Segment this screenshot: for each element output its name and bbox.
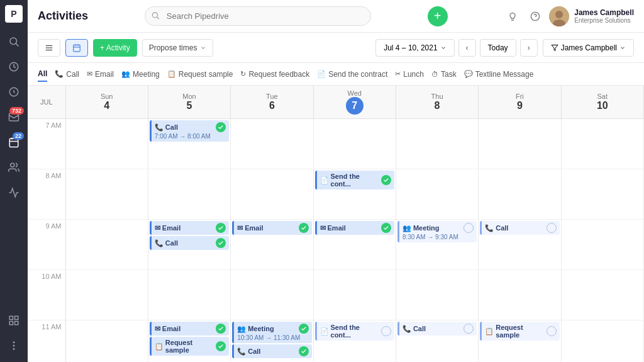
cell-tue6-7am[interactable]	[231, 119, 313, 169]
activity-meeting-thu8-9am[interactable]: 👥 Meeting 8:30 AM → 9:30 AM	[397, 221, 477, 242]
textline-filter-icon: 💬	[464, 70, 473, 78]
cell-fri9-9am[interactable]: 📞 Call	[479, 220, 561, 270]
filter-tab-call[interactable]: 📞 Call	[55, 67, 79, 81]
person-filter-button[interactable]: James Campbell	[543, 39, 634, 57]
filter-tab-textline[interactable]: 💬 Textline Message	[464, 67, 534, 81]
add-button[interactable]: +	[428, 6, 448, 26]
day-header-sun4: Sun 4	[65, 86, 148, 119]
svg-rect-27	[74, 45, 80, 52]
filter-tab-all[interactable]: All	[38, 67, 47, 82]
propose-times-button[interactable]: Propose times	[142, 39, 214, 57]
filter-tab-request-sample[interactable]: 📋 Request sample	[167, 67, 233, 81]
time-label-10am: 10 AM	[28, 270, 65, 320]
cell-wed7-9am[interactable]: ✉ Email	[313, 220, 396, 270]
svg-point-14	[13, 342, 14, 343]
topbar-right: James Campbell Enterprise Solutions	[504, 6, 634, 26]
time-row-9am: 9 AM ✉ Email 📞 Call	[28, 220, 644, 270]
cell-sun4-8am[interactable]	[65, 169, 148, 220]
activity-email-tue6-9am[interactable]: ✉ Email	[232, 221, 311, 235]
cell-mon5-11am[interactable]: ✉ Email 📋 Request sample	[148, 320, 230, 363]
today-button[interactable]: Today	[480, 39, 516, 57]
cell-tue6-8am[interactable]	[231, 169, 313, 220]
prev-week-button[interactable]: ‹	[458, 39, 476, 57]
user-name: James Campbell	[574, 8, 634, 17]
sidebar-item-deals[interactable]	[3, 81, 25, 103]
question-icon[interactable]	[526, 8, 544, 25]
time-row-7am: 7 AM 📞 Call 7:00 AM → 8:00 AM	[28, 119, 644, 169]
activity-call-tue6-11am[interactable]: 📞 Call	[232, 344, 311, 358]
activity-request-sample-fri9-11am[interactable]: 📋 Request sample	[480, 322, 559, 341]
date-range-label: Jul 4 – 10, 2021	[384, 43, 437, 52]
cell-sun4-9am[interactable]	[65, 220, 148, 270]
activity-request-sample-mon5-11am[interactable]: 📋 Request sample	[150, 337, 229, 356]
sidebar-item-search[interactable]	[3, 30, 25, 53]
cell-sat10-7am[interactable]	[561, 119, 643, 169]
activity-meeting-tue6-11am[interactable]: 👥 Meeting 10:30 AM → 11:30 AM	[232, 322, 311, 343]
search-input[interactable]	[145, 6, 371, 26]
activity-call-mon5-7am[interactable]: 📞 Call 7:00 AM → 8:00 AM	[150, 120, 229, 142]
activity-email-mon5-11am[interactable]: ✉ Email	[150, 322, 229, 336]
svg-marker-31	[552, 45, 558, 50]
cell-wed7-7am[interactable]	[313, 119, 396, 169]
activity-call-fri9-9am[interactable]: 📞 Call	[480, 221, 559, 235]
sidebar-item-activities[interactable]	[3, 55, 25, 78]
sidebar-item-products[interactable]	[3, 309, 25, 332]
avatar[interactable]	[549, 6, 569, 26]
cell-wed7-10am[interactable]	[313, 270, 396, 320]
activity-send-contract-wed7-11am[interactable]: 📄 Send the cont...	[315, 322, 394, 341]
activity-call-mon5-9am[interactable]: 📞 Call	[150, 236, 229, 250]
next-week-button[interactable]: ›	[520, 39, 538, 57]
cell-thu8-8am[interactable]	[396, 169, 478, 220]
cell-wed7-8am[interactable]: 📄 Send the cont...	[313, 169, 396, 220]
activity-send-contract-wed7-8am[interactable]: 📄 Send the cont...	[315, 171, 394, 189]
cell-mon5-7am[interactable]: 📞 Call 7:00 AM → 8:00 AM	[148, 119, 230, 169]
svg-point-16	[13, 349, 14, 350]
cell-fri9-7am[interactable]	[479, 119, 561, 169]
app-logo[interactable]: P	[5, 5, 23, 23]
help-bulb-icon[interactable]	[504, 8, 521, 25]
list-view-button[interactable]	[38, 39, 60, 57]
cell-fri9-10am[interactable]	[479, 270, 561, 320]
user-role: Enterprise Solutions	[574, 17, 634, 24]
sidebar-item-calendar[interactable]: 22	[3, 131, 25, 154]
cell-wed7-11am[interactable]: 📄 Send the cont...	[313, 320, 396, 363]
filter-tab-lunch[interactable]: ✂ Lunch	[395, 67, 424, 81]
cell-fri9-8am[interactable]	[479, 169, 561, 220]
cell-thu8-7am[interactable]	[396, 119, 478, 169]
check-icon	[216, 223, 226, 233]
cell-tue6-11am[interactable]: 👥 Meeting 10:30 AM → 11:30 AM 📞 Call	[231, 320, 313, 363]
filter-tab-send-contract[interactable]: 📄 Send the contract	[317, 67, 387, 81]
cell-sat10-8am[interactable]	[561, 169, 643, 220]
cell-thu8-9am[interactable]: 👥 Meeting 8:30 AM → 9:30 AM	[396, 220, 478, 270]
cell-tue6-9am[interactable]: ✉ Email	[231, 220, 313, 270]
activity-call-thu8-11am[interactable]: 📞 Call	[397, 322, 477, 336]
date-range-button[interactable]: Jul 4 – 10, 2021	[375, 39, 454, 57]
cell-mon5-10am[interactable]	[148, 270, 230, 320]
time-label-9am: 9 AM	[28, 220, 65, 270]
activity-email-mon5-9am[interactable]: ✉ Email	[150, 221, 229, 235]
add-activity-button[interactable]: + Activity	[93, 39, 137, 57]
cell-mon5-8am[interactable]	[148, 169, 230, 220]
sidebar-item-mail[interactable]: 732	[3, 106, 25, 128]
cell-sun4-11am[interactable]	[65, 320, 148, 363]
sidebar-item-reports[interactable]	[3, 181, 25, 204]
filter-tab-request-feedback[interactable]: ↻ Request feedback	[240, 67, 309, 81]
filter-tab-email[interactable]: ✉ Email	[87, 67, 114, 81]
activity-email-wed7-9am[interactable]: ✉ Email	[315, 221, 394, 235]
filter-tab-meeting[interactable]: 👥 Meeting	[121, 67, 160, 81]
sidebar-item-more[interactable]	[3, 334, 25, 357]
cell-thu8-11am[interactable]: 📞 Call	[396, 320, 478, 363]
cell-sun4-7am[interactable]	[65, 119, 148, 169]
cell-tue6-10am[interactable]	[231, 270, 313, 320]
sidebar-item-contacts[interactable]	[3, 156, 25, 179]
cell-sat10-10am[interactable]	[561, 270, 643, 320]
calendar-view-button[interactable]	[65, 39, 88, 57]
cell-sat10-9am[interactable]	[561, 220, 643, 270]
cell-fri9-11am[interactable]: 📋 Request sample	[479, 320, 561, 363]
filter-tab-task[interactable]: ⏱ Task	[431, 67, 457, 81]
day-header-mon5: Mon 5	[148, 86, 230, 119]
cell-mon5-9am[interactable]: ✉ Email 📞 Call	[148, 220, 230, 270]
cell-sun4-10am[interactable]	[65, 270, 148, 320]
cell-sat10-11am[interactable]	[561, 320, 643, 363]
cell-thu8-10am[interactable]	[396, 270, 478, 320]
